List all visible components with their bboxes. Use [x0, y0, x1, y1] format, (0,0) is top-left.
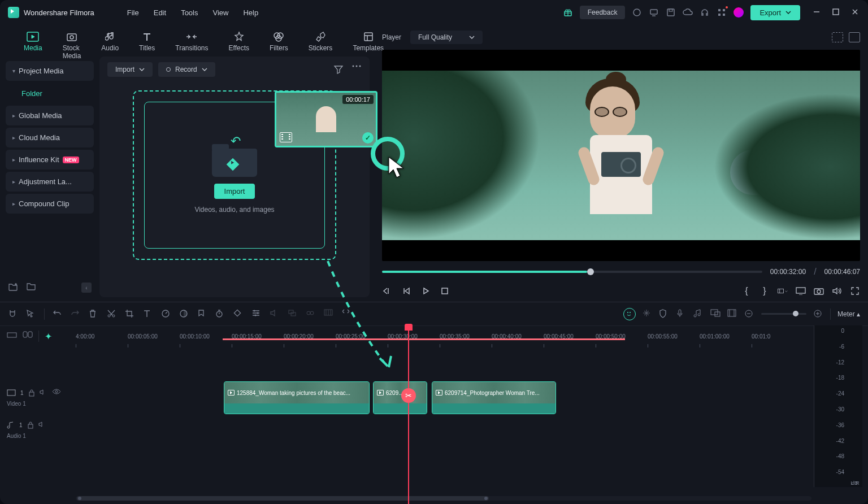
feedback-button[interactable]: Feedback: [580, 6, 626, 19]
sidebar-item-influence-kit[interactable]: ▸Influence KitNEW: [6, 150, 94, 170]
marker-icon[interactable]: [197, 309, 207, 319]
timeline-clip[interactable]: 6209... Pt...: [373, 381, 427, 414]
record-dropdown[interactable]: Record: [158, 62, 215, 77]
scissors-icon[interactable]: ✂: [401, 388, 416, 403]
speed-icon[interactable]: [161, 309, 171, 319]
shield-icon[interactable]: [659, 309, 670, 319]
seek-bar[interactable]: [382, 271, 762, 273]
crop-icon[interactable]: [125, 309, 135, 319]
display-icon[interactable]: [796, 286, 806, 296]
monitor-icon[interactable]: [649, 7, 659, 18]
music-icon[interactable]: [693, 309, 704, 319]
dragged-thumbnail[interactable]: 00:00:17 ✓: [275, 91, 377, 147]
timeline-clip[interactable]: 6209714_Photographer Woman Tre...: [432, 381, 556, 414]
import-button[interactable]: Import: [214, 184, 255, 199]
playhead-line[interactable]: [408, 326, 409, 504]
timeline-scrollbar[interactable]: [76, 496, 811, 501]
render-icon[interactable]: [324, 309, 334, 319]
delete-icon[interactable]: [89, 309, 99, 319]
expand-icon[interactable]: [342, 309, 352, 319]
timer-icon[interactable]: [215, 309, 225, 319]
tab-effects[interactable]: Effects: [219, 29, 259, 57]
track-toggle-a-icon[interactable]: [7, 331, 17, 341]
magnet-icon[interactable]: [8, 309, 18, 319]
lock-icon[interactable]: [27, 421, 34, 429]
bracket-left-icon[interactable]: {: [741, 286, 752, 296]
tracking-icon[interactable]: [306, 309, 316, 319]
track-link-icon[interactable]: [23, 331, 33, 341]
timeline-clip[interactable]: 125884_Woman taking pictures of the beac…: [224, 381, 370, 414]
circle-icon[interactable]: [632, 7, 642, 18]
avatar-icon[interactable]: [734, 7, 744, 18]
apps-icon[interactable]: [717, 7, 727, 18]
sidebar-item-cloud-media[interactable]: ▸Cloud Media: [6, 128, 94, 147]
tab-stickers[interactable]: Stickers: [298, 29, 343, 57]
layout-icon[interactable]: [778, 286, 788, 296]
new-folder-icon[interactable]: [8, 283, 18, 293]
timeline-ruler[interactable]: 4:00:0000:00:05:0000:00:10:0000:00:15:00…: [76, 326, 811, 346]
menu-help[interactable]: Help: [243, 8, 258, 17]
bracket-right-icon[interactable]: }: [760, 286, 770, 296]
cut-icon[interactable]: [107, 309, 117, 319]
prev-frame-icon[interactable]: [382, 286, 392, 296]
folder-icon[interactable]: [26, 283, 36, 293]
color-icon[interactable]: [179, 309, 189, 319]
tab-titles[interactable]: Titles: [129, 29, 165, 57]
picture-view-icon[interactable]: [849, 32, 860, 42]
collapse-sidebar-icon[interactable]: ‹: [81, 283, 92, 293]
sidebar-item-folder[interactable]: Folder: [6, 83, 94, 103]
play-icon[interactable]: [420, 286, 431, 296]
select-tool-icon[interactable]: [26, 309, 36, 319]
undo-icon[interactable]: [53, 309, 63, 319]
screen-icon[interactable]: [710, 309, 721, 319]
more-icon[interactable]: [351, 65, 362, 74]
volume-icon[interactable]: [832, 286, 842, 296]
gift-icon[interactable]: [563, 7, 573, 18]
menu-tools[interactable]: Tools: [181, 8, 198, 17]
close-icon[interactable]: [851, 8, 860, 17]
minimize-icon[interactable]: [813, 8, 822, 17]
tab-stock-media[interactable]: Stock Media: [53, 29, 92, 57]
adjust-icon[interactable]: [251, 309, 262, 319]
zoom-out-icon[interactable]: [744, 309, 754, 319]
mute-icon[interactable]: [40, 389, 47, 397]
maximize-icon[interactable]: [832, 8, 841, 17]
fullscreen-icon[interactable]: [850, 286, 860, 296]
sidebar-item-compound-clip[interactable]: ▸Compound Clip: [6, 194, 94, 214]
menu-view[interactable]: View: [212, 8, 228, 17]
zoom-in-icon[interactable]: [813, 309, 823, 319]
sidebar-item-project-media[interactable]: ▾Project Media: [6, 61, 94, 81]
sparkle-icon[interactable]: [643, 309, 653, 319]
save-icon[interactable]: [666, 7, 676, 18]
sidebar-item-global-media[interactable]: ▸Global Media: [6, 106, 94, 125]
grid-view-icon[interactable]: [832, 32, 843, 42]
visibility-icon[interactable]: [52, 389, 61, 397]
volume-tl-icon[interactable]: [270, 309, 280, 319]
import-dropdown[interactable]: Import: [107, 62, 153, 77]
cloud-icon[interactable]: [683, 7, 693, 18]
headphones-icon[interactable]: [700, 7, 710, 18]
sidebar-item-adjustment-layer[interactable]: ▸Adjustment La...: [6, 172, 94, 192]
film-icon[interactable]: [727, 309, 737, 319]
group-icon[interactable]: [288, 309, 298, 319]
tab-media[interactable]: Media: [14, 29, 53, 57]
menu-file[interactable]: File: [127, 8, 139, 17]
tab-filters[interactable]: Filters: [259, 29, 298, 57]
stop-icon[interactable]: [440, 286, 450, 296]
keyframe-icon[interactable]: [233, 309, 244, 319]
step-back-icon[interactable]: [401, 286, 411, 296]
text-icon[interactable]: [143, 309, 153, 319]
zoom-slider[interactable]: [761, 313, 806, 315]
mic-icon[interactable]: [676, 309, 687, 319]
export-button[interactable]: Export: [750, 5, 800, 20]
quality-dropdown[interactable]: Full Quality: [410, 31, 483, 44]
smiley-icon[interactable]: [623, 308, 636, 320]
mute-icon[interactable]: [38, 421, 46, 429]
tab-audio[interactable]: Audio: [91, 29, 129, 57]
snapshot-icon[interactable]: [814, 286, 824, 296]
auto-icon[interactable]: ✦: [45, 331, 55, 341]
lock-icon[interactable]: [28, 389, 35, 397]
menu-edit[interactable]: Edit: [154, 8, 166, 17]
tab-transitions[interactable]: Transitions: [165, 29, 218, 57]
filter-icon[interactable]: [333, 65, 344, 74]
